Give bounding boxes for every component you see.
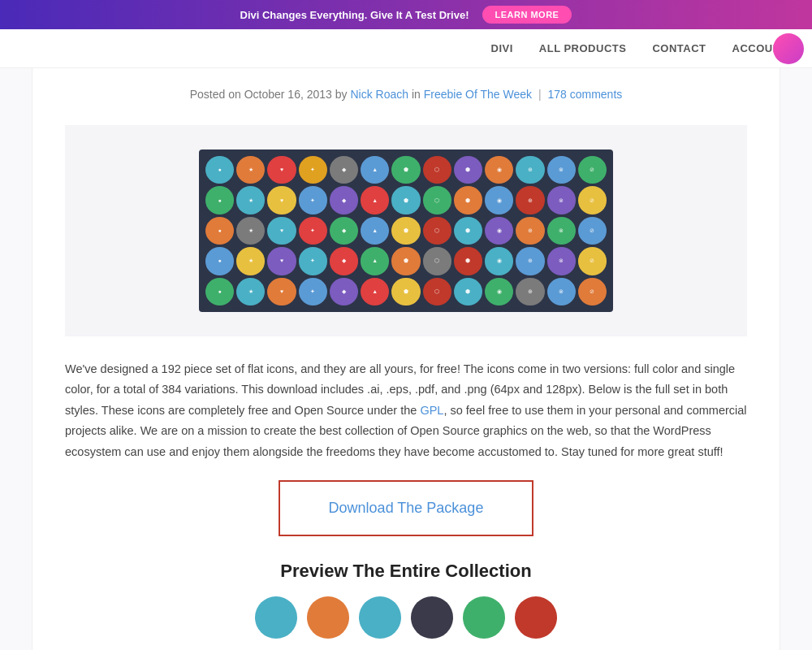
navigation: DIVI ALL PRODUCTS CONTACT ACCOUNT bbox=[0, 29, 812, 68]
icon-circle-item: ⬡ bbox=[423, 278, 451, 306]
post-date-prefix: Posted on October 16, 2013 by bbox=[190, 88, 348, 101]
post-comments[interactable]: 178 comments bbox=[547, 88, 622, 101]
bottom-icon-circle bbox=[515, 596, 557, 639]
icon-circle-item: ⊕ bbox=[516, 186, 544, 214]
icon-circle-item: ⊘ bbox=[578, 278, 607, 306]
icon-circle-item: ◉ bbox=[485, 186, 513, 214]
icon-circle-item: ★ bbox=[236, 186, 265, 214]
icon-circle-item: ✦ bbox=[299, 156, 327, 184]
icon-circle-item: ✦ bbox=[299, 217, 327, 245]
featured-image-container: ●★♥✦◆▲⬟⬡⬢◉⊕⊗⊘●★♥✦◆▲⬟⬡⬢◉⊕⊗⊘●★♥✦◆▲⬟⬡⬢◉⊕⊗⊘●… bbox=[65, 125, 747, 336]
icon-circle-item: ◆ bbox=[330, 217, 358, 245]
icon-circle-item: ★ bbox=[236, 217, 265, 245]
icon-circle-item: ⬢ bbox=[454, 156, 482, 184]
icon-circle-item: ⊘ bbox=[578, 217, 607, 245]
post-author[interactable]: Nick Roach bbox=[350, 88, 408, 101]
page-wrapper: Posted on October 16, 2013 by Nick Roach… bbox=[0, 68, 812, 650]
icon-circle-item: ● bbox=[205, 217, 234, 245]
bottom-icon-circle bbox=[463, 596, 505, 639]
icon-circle-item: ◉ bbox=[485, 278, 513, 306]
icon-circle-item: ▲ bbox=[361, 278, 389, 306]
nav-divi[interactable]: DIVI bbox=[491, 42, 513, 54]
icon-circle-item: ★ bbox=[236, 278, 265, 306]
icon-circle-item: ⊗ bbox=[547, 186, 576, 214]
icon-circle-item: ⬟ bbox=[391, 186, 420, 214]
right-sidebar bbox=[780, 68, 812, 650]
icon-circle-item: ⬟ bbox=[391, 247, 420, 275]
post-separator: | bbox=[538, 88, 542, 101]
icon-circle-item: ⬢ bbox=[454, 186, 482, 214]
icon-circle-item: ⬟ bbox=[391, 278, 420, 306]
icon-circle-item: ✦ bbox=[299, 278, 327, 306]
download-button[interactable]: Download The Package bbox=[279, 480, 534, 536]
icon-circle-item: ▲ bbox=[361, 156, 389, 184]
post-meta: Posted on October 16, 2013 by Nick Roach… bbox=[65, 68, 747, 117]
gpl-link[interactable]: GPL bbox=[420, 404, 443, 417]
preview-heading: Preview The Entire Collection bbox=[65, 561, 747, 582]
icon-circle-item: ⊗ bbox=[547, 217, 576, 245]
icon-circle-item: ⬡ bbox=[423, 186, 451, 214]
icon-circle-item: ◉ bbox=[485, 247, 513, 275]
icon-circle-item: ⊕ bbox=[516, 156, 544, 184]
icon-grid: ●★♥✦◆▲⬟⬡⬢◉⊕⊗⊘●★♥✦◆▲⬟⬡⬢◉⊕⊗⊘●★♥✦◆▲⬟⬡⬢◉⊕⊗⊘●… bbox=[199, 150, 613, 312]
icon-circle-item: ♥ bbox=[267, 156, 296, 184]
download-wrap: Download The Package bbox=[65, 480, 747, 536]
user-avatar[interactable] bbox=[773, 33, 804, 64]
bottom-icon-circle bbox=[359, 596, 401, 639]
icon-circle-item: ⊗ bbox=[547, 278, 576, 306]
learn-more-button[interactable]: LEARN MORE bbox=[482, 6, 572, 24]
icon-circle-item: ⬡ bbox=[423, 217, 451, 245]
icon-circle-item: ⬢ bbox=[454, 278, 482, 306]
left-sidebar bbox=[0, 68, 32, 650]
icon-circle-item: ● bbox=[205, 247, 234, 275]
icon-circle-item: ◆ bbox=[330, 278, 358, 306]
icon-circle-item: ♥ bbox=[267, 247, 296, 275]
post-in: in bbox=[412, 88, 421, 101]
icon-circle-item: ▲ bbox=[361, 217, 389, 245]
icon-circle-item: ⊘ bbox=[578, 156, 607, 184]
icon-circle-item: ♥ bbox=[267, 217, 296, 245]
icon-circle-item: ✦ bbox=[299, 186, 327, 214]
icon-circle-item: ★ bbox=[236, 156, 265, 184]
icon-circle-item: ● bbox=[205, 186, 234, 214]
icon-circle-item: ▲ bbox=[361, 186, 389, 214]
nav-all-products[interactable]: ALL PRODUCTS bbox=[539, 42, 627, 54]
top-banner: Divi Changes Everything. Give It A Test … bbox=[0, 0, 812, 29]
icon-circle-item: ♥ bbox=[267, 278, 296, 306]
icon-circle-item: ⬢ bbox=[454, 217, 482, 245]
bottom-icons-row bbox=[65, 596, 747, 650]
icon-circle-item: ● bbox=[205, 156, 234, 184]
main-content: Posted on October 16, 2013 by Nick Roach… bbox=[32, 68, 780, 650]
icon-circle-item: ● bbox=[205, 278, 234, 306]
icon-circle-item: ▲ bbox=[361, 247, 389, 275]
icon-circle-item: ⊘ bbox=[578, 186, 607, 214]
icon-circle-item: ⊕ bbox=[516, 278, 544, 306]
icon-circle-item: ◉ bbox=[485, 156, 513, 184]
bottom-icon-circle bbox=[307, 596, 349, 639]
bottom-icon-circle bbox=[255, 596, 297, 639]
icon-circle-item: ◆ bbox=[330, 247, 358, 275]
bottom-icon-circle bbox=[411, 596, 453, 639]
icon-circle-item: ⊕ bbox=[516, 217, 544, 245]
icon-circle-item: ⬟ bbox=[391, 217, 420, 245]
icon-circle-item: ◆ bbox=[330, 186, 358, 214]
icon-circle-item: ◆ bbox=[330, 156, 358, 184]
icon-circle-item: ⊗ bbox=[547, 247, 576, 275]
icon-circle-item: ⬟ bbox=[391, 156, 420, 184]
icon-circle-item: ⊗ bbox=[547, 156, 576, 184]
icon-circle-item: ♥ bbox=[267, 186, 296, 214]
post-category[interactable]: Freebie Of The Week bbox=[424, 88, 532, 101]
icon-circle-item: ⊘ bbox=[578, 247, 607, 275]
nav-contact[interactable]: CONTACT bbox=[652, 42, 706, 54]
icon-circle-item: ⬡ bbox=[423, 156, 451, 184]
banner-text: Divi Changes Everything. Give It A Test … bbox=[240, 9, 469, 21]
icon-circle-item: ⬢ bbox=[454, 247, 482, 275]
icon-circle-item: ✦ bbox=[299, 247, 327, 275]
icon-circle-item: ⬡ bbox=[423, 247, 451, 275]
body-text: We've designed a 192 piece set of flat i… bbox=[65, 359, 747, 462]
icon-circle-item: ★ bbox=[236, 247, 265, 275]
icon-circle-item: ⊕ bbox=[516, 247, 544, 275]
icon-circle-item: ◉ bbox=[485, 217, 513, 245]
